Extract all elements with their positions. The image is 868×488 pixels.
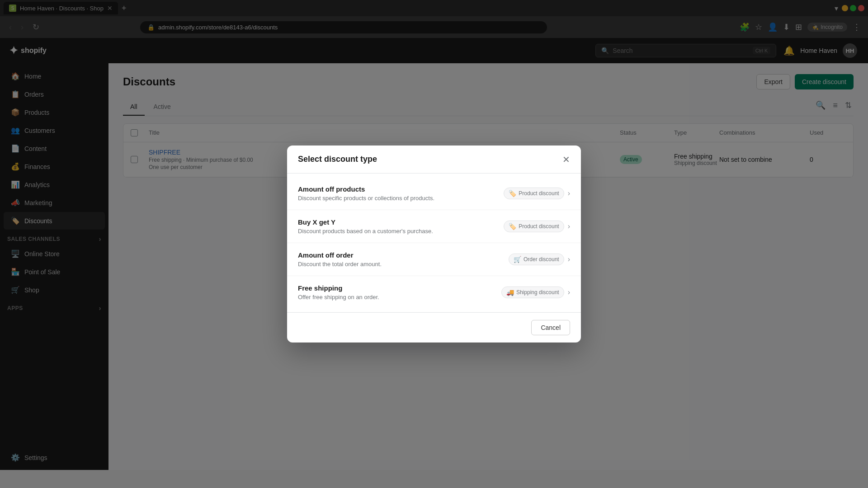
badge-label: Order discount [524, 256, 559, 263]
shipping-discount-badge: 🚚 Shipping discount [501, 286, 564, 298]
chevron-right-icon-3: › [568, 255, 570, 263]
option-left: Buy X get Y Discount products based on a… [298, 218, 433, 235]
option-right: 🚚 Shipping discount › [501, 286, 570, 298]
amount-off-products-option[interactable]: Amount off products Discount specific pr… [287, 177, 581, 210]
product-discount-badge-2: 🏷️ Product discount [504, 221, 564, 232]
option-desc: Discount the total order amount. [298, 261, 382, 267]
option-right: 🛒 Order discount › [509, 253, 570, 265]
badge-label: Product discount [519, 223, 559, 230]
product-discount-icon-2: 🏷️ [509, 223, 516, 230]
modal-overlay[interactable]: Select discount type ✕ Amount off produc… [0, 0, 868, 488]
option-right: 🏷️ Product discount › [504, 188, 570, 199]
badge-label: Shipping discount [516, 289, 559, 296]
modal-footer: Cancel [287, 312, 581, 343]
shipping-discount-icon: 🚚 [506, 289, 514, 296]
option-title: Amount off order [298, 251, 382, 259]
modal-header: Select discount type ✕ [287, 145, 581, 174]
product-discount-icon-1: 🏷️ [509, 190, 516, 197]
option-desc: Offer free shipping on an order. [298, 294, 379, 300]
chevron-right-icon-2: › [568, 222, 570, 230]
option-desc: Discount specific products or collection… [298, 195, 434, 202]
option-right: 🏷️ Product discount › [504, 221, 570, 232]
option-left: Free shipping Offer free shipping on an … [298, 284, 379, 300]
chevron-right-icon-4: › [568, 288, 570, 296]
badge-label: Product discount [519, 190, 559, 197]
modal-title: Select discount type [298, 155, 377, 164]
cancel-button[interactable]: Cancel [531, 320, 570, 335]
select-discount-modal: Select discount type ✕ Amount off produc… [287, 145, 581, 343]
free-shipping-option[interactable]: Free shipping Offer free shipping on an … [287, 276, 581, 309]
option-left: Amount off order Discount the total orde… [298, 251, 382, 267]
option-title: Amount off products [298, 185, 434, 193]
chevron-right-icon-1: › [568, 189, 570, 197]
amount-off-order-option[interactable]: Amount off order Discount the total orde… [287, 243, 581, 276]
option-title: Buy X get Y [298, 218, 433, 226]
modal-close-btn[interactable]: ✕ [562, 155, 570, 164]
order-discount-badge: 🛒 Order discount [509, 253, 564, 265]
option-desc: Discount products based on a customer's … [298, 228, 433, 235]
modal-body: Amount off products Discount specific pr… [287, 174, 581, 312]
buy-x-get-y-option[interactable]: Buy X get Y Discount products based on a… [287, 210, 581, 243]
product-discount-badge-1: 🏷️ Product discount [504, 188, 564, 199]
option-left: Amount off products Discount specific pr… [298, 185, 434, 202]
order-discount-icon: 🛒 [514, 256, 521, 263]
option-title: Free shipping [298, 284, 379, 292]
